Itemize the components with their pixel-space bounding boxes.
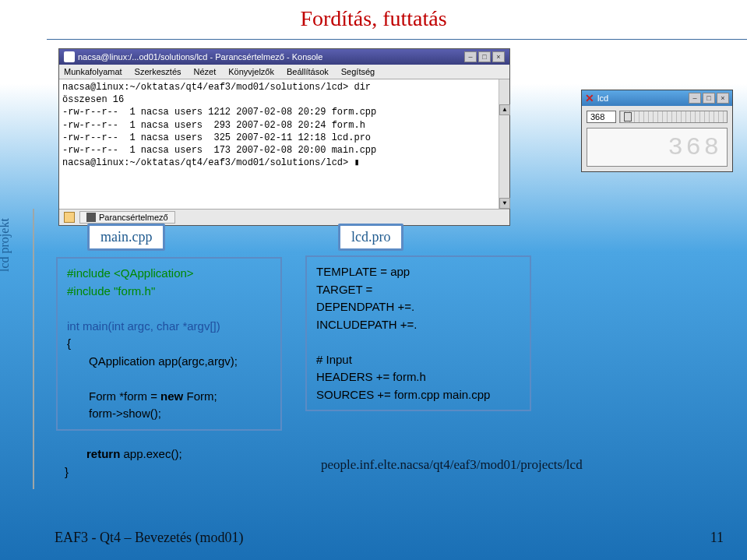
window-buttons: – □ × xyxy=(464,51,505,62)
terminal-line: -rw-r--r-- 1 nacsa users 325 2007-02-11 … xyxy=(62,132,506,144)
lcd-digits: 368 xyxy=(668,133,722,162)
code-line: { xyxy=(67,335,271,353)
code-line: #include "form.h" xyxy=(67,283,271,301)
terminal-line: -rw-r--r-- 1 nacsa users 293 2007-02-08 … xyxy=(62,119,506,132)
code-line: TARGET = xyxy=(316,281,520,299)
menu-item[interactable]: Nézet xyxy=(194,67,217,76)
scrollbar[interactable]: ▲ ▼ xyxy=(499,79,509,209)
window-buttons: – □ × xyxy=(689,93,729,104)
close-button[interactable]: × xyxy=(492,51,505,62)
sidebar-label: lcd projekt xyxy=(0,218,12,272)
terminal-line: nacsa@linux:~/oktatas/qt4/eaf3/mod01/sol… xyxy=(62,157,506,169)
terminal-line: -rw-r--r-- 1 nacsa users 173 2007-02-08 … xyxy=(62,144,506,157)
lcd-title: lcd xyxy=(597,93,608,103)
main-cpp-label: main.cpp xyxy=(87,224,165,251)
slide-title: Fordítás, futtatás xyxy=(0,0,747,31)
lcd-body: 368 368 xyxy=(582,106,732,171)
code-line: int main(int argc, char *argv[]) xyxy=(67,318,271,336)
footer-text: EAF3 - Qt4 – Bevezetés (mod01) xyxy=(55,530,243,546)
slider-value-input[interactable]: 368 xyxy=(587,111,616,123)
sidebar-bar xyxy=(33,209,34,489)
terminal-icon xyxy=(64,51,75,62)
slider-thumb[interactable] xyxy=(624,112,632,122)
page-number: 11 xyxy=(710,530,724,546)
lcd-pro-label: lcd.pro xyxy=(338,224,403,251)
lcd-window: ✕ lcd – □ × 368 368 xyxy=(581,90,733,172)
code-line: TEMPLATE = app xyxy=(316,263,520,281)
code-lcd-pro: TEMPLATE = app TARGET = DEPENDPATH +=. I… xyxy=(305,255,531,411)
close-icon[interactable]: ✕ xyxy=(585,92,594,104)
code-main-cpp: #include <QApplication> #include "form.h… xyxy=(56,257,282,431)
taskbar-button-label: Parancsértelmező xyxy=(99,213,168,222)
slider-track[interactable] xyxy=(619,111,728,123)
minimize-button[interactable]: – xyxy=(464,51,477,62)
minimize-button[interactable]: – xyxy=(689,93,701,104)
menu-item[interactable]: Munkafolyamat xyxy=(64,67,122,76)
console-icon xyxy=(86,213,96,222)
code-line: INCLUDEPATH +=. xyxy=(316,316,520,334)
terminal-line: nacsa@linux:~/oktatas/qt4/eaf3/mod01/sol… xyxy=(62,81,506,93)
scroll-up-icon[interactable]: ▲ xyxy=(499,104,510,115)
terminal-window: nacsa@linux:/...od01/solutions/lcd - Par… xyxy=(58,48,510,226)
terminal-content[interactable]: nacsa@linux:~/oktatas/qt4/eaf3/mod01/sol… xyxy=(59,79,509,209)
code-line: QApplication app(argc,argv); xyxy=(67,353,271,371)
new-tab-icon[interactable] xyxy=(64,212,75,223)
code-line: DEPENDPATH +=. xyxy=(316,298,520,316)
menu-item[interactable]: Beállítások xyxy=(287,67,329,76)
code-line: return app.exec(); xyxy=(65,446,182,463)
terminal-line: összesen 16 xyxy=(62,93,506,106)
close-button[interactable]: × xyxy=(717,93,729,104)
taskbar-button[interactable]: Parancsértelmező xyxy=(79,211,175,224)
terminal-titlebar[interactable]: nacsa@linux:/...od01/solutions/lcd - Par… xyxy=(59,49,509,65)
url-text: people.inf.elte.nacsa/qt4/eaf3/mod01/pro… xyxy=(321,457,583,473)
taskbar: Parancsértelmező xyxy=(59,209,509,225)
maximize-button[interactable]: □ xyxy=(703,93,715,104)
lcd-titlebar[interactable]: ✕ lcd – □ × xyxy=(582,90,732,106)
menu-bar: Munkafolyamat Szerkesztés Nézet Könyvjel… xyxy=(59,65,509,79)
code-return: return app.exec(); } xyxy=(65,446,182,481)
maximize-button[interactable]: □ xyxy=(478,51,491,62)
code-line: } xyxy=(65,463,182,481)
menu-item[interactable]: Segítség xyxy=(341,67,375,76)
code-line: form->show(); xyxy=(67,405,271,423)
slider-row: 368 xyxy=(587,111,728,123)
code-line: Form *form = new Form; xyxy=(67,388,271,406)
code-line: HEADERS += form.h xyxy=(316,368,520,386)
code-line: #include <QApplication> xyxy=(67,265,271,283)
terminal-line: -rw-r--r-- 1 nacsa users 1212 2007-02-08… xyxy=(62,106,506,118)
menu-item[interactable]: Szerkesztés xyxy=(135,67,181,76)
terminal-title: nacsa@linux:/...od01/solutions/lcd - Par… xyxy=(78,52,322,62)
scroll-down-icon[interactable]: ▼ xyxy=(499,198,510,209)
lcd-display: 368 xyxy=(587,128,728,167)
code-line: SOURCES += form.cpp main.cpp xyxy=(316,386,520,404)
divider xyxy=(47,39,747,40)
menu-item[interactable]: Könyvjelzők xyxy=(228,67,274,76)
code-line: # Input xyxy=(316,351,520,369)
